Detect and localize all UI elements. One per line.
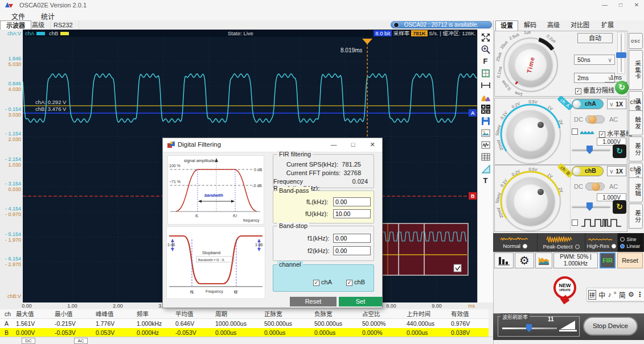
text-annotation-icon[interactable]: T: [479, 175, 492, 186]
chB-coupling-toggle[interactable]: [585, 183, 605, 190]
ime-more-icon[interactable]: ⋮: [637, 291, 643, 299]
minimize-button[interactable]: —: [597, 0, 613, 10]
zoom-in-icon[interactable]: [479, 44, 492, 55]
scope-toolbar: F T: [477, 30, 493, 302]
fir-button[interactable]: FIR: [600, 252, 616, 268]
time-slider-handle[interactable]: [616, 52, 626, 58]
stop-device-button[interactable]: Stop Device: [583, 317, 638, 335]
pwm-button[interactable]: PWM: 50% | 1.000kHz: [553, 252, 598, 268]
digital-wave-checkbox[interactable]: [572, 219, 578, 226]
badge-line1: NEW: [556, 283, 574, 288]
mode-normal-label: Normal: [503, 243, 527, 249]
dialog-close-button[interactable]: ✕: [363, 138, 382, 151]
menu-file[interactable]: 文件: [8, 11, 28, 21]
sidetab-trigger[interactable]: 触发: [629, 110, 643, 135]
ytick: - 0.970: [0, 212, 21, 217]
timebase-dropdown[interactable]: 50ns∨: [574, 55, 615, 65]
interpolation-selector[interactable]: Sine Linear: [618, 233, 644, 252]
fl-input[interactable]: [333, 197, 371, 206]
table-row-chA[interactable]: A1.561V-0.215V1.776V1.000kHz0.646V1000.0…: [0, 319, 489, 328]
fu-input[interactable]: [333, 209, 371, 218]
math-operations-icon[interactable]: [479, 103, 492, 114]
sidetab-differential-b[interactable]: 差分: [629, 204, 643, 229]
sidetab-differential-a[interactable]: 差分: [629, 136, 643, 161]
set-square-icon[interactable]: [479, 163, 492, 174]
overview-window[interactable]: [380, 223, 468, 275]
histogram-button[interactable]: [494, 252, 514, 268]
fft-spectrum-icon[interactable]: [479, 92, 492, 102]
histogram-icon: [498, 255, 510, 266]
trigger-marker-icon[interactable]: [362, 39, 372, 44]
mode-high-res[interactable]: High-Res: [585, 233, 618, 252]
refresh-icon[interactable]: ↻: [615, 81, 629, 94]
dc-indicator[interactable]: DC: [22, 338, 35, 344]
dialog-reset-button[interactable]: Reset: [290, 297, 337, 306]
save-icon[interactable]: [479, 115, 492, 126]
vsep-checkbox[interactable]: ✓ 垂直分隔线: [575, 85, 614, 94]
dialog-maximize-button[interactable]: □: [343, 138, 363, 151]
ytick: 1.030: [0, 162, 21, 168]
interp-linear[interactable]: Linear: [620, 243, 640, 249]
panel-reset-button[interactable]: Reset: [617, 252, 643, 268]
ac-indicator[interactable]: AC: [74, 338, 88, 344]
f2-input[interactable]: [333, 246, 371, 255]
chA-refresh-icon[interactable]: ↻: [613, 144, 626, 158]
ime-gear-icon[interactable]: ⚙: [628, 291, 634, 299]
f1-input[interactable]: [333, 234, 371, 243]
dialog-minimize-button[interactable]: —: [324, 138, 343, 151]
svg-text:bandwith: bandwith: [204, 193, 223, 198]
ime-punct[interactable]: °: [614, 291, 617, 299]
window-time-value: 2ms: [577, 74, 589, 81]
grid-frame-icon[interactable]: [479, 68, 492, 78]
close-button[interactable]: ✕: [629, 0, 644, 10]
panel-tab-compare[interactable]: 对比图: [566, 20, 594, 30]
sidetab-logic[interactable]: 逻辑: [629, 177, 643, 202]
freq-res-value: 0.024: [352, 178, 368, 185]
table-row-chB[interactable]: B0.000V-0.053V0.053V0.000Hz-0.053V0.000u…: [0, 328, 489, 337]
interp-sine[interactable]: Sine: [620, 237, 636, 242]
mode-peak-detect[interactable]: Peak-Detect: [538, 233, 585, 252]
sidetab-capture-card[interactable]: 采集卡: [629, 50, 643, 90]
dialog-chA-checkbox[interactable]: ✓ chA: [313, 279, 332, 286]
ime-pinyin[interactable]: 拼: [588, 290, 596, 300]
panel-tab-extend[interactable]: 扩展: [597, 20, 618, 30]
chA-coupling-toggle[interactable]: [585, 115, 605, 123]
mode-normal[interactable]: Normal: [493, 233, 538, 252]
chA-baseline-checkbox[interactable]: ✓ 水平基线: [599, 129, 632, 138]
auto-button[interactable]: 自动: [577, 33, 613, 43]
screenshot-icon[interactable]: [479, 127, 492, 138]
menu-statistics[interactable]: 统计: [38, 11, 58, 21]
horizontal-measure-icon[interactable]: [479, 80, 492, 90]
chA-toggle[interactable]: chA: [572, 99, 604, 109]
maximize-button[interactable]: □: [613, 0, 629, 10]
waveform-export-icon[interactable]: [479, 139, 492, 150]
overview-checkbox[interactable]: [454, 264, 461, 272]
chB-probe-dropdown[interactable]: ∨1X: [607, 166, 626, 176]
dialog-chB-checkbox[interactable]: ✓ chB: [346, 279, 365, 286]
dialog-set-button[interactable]: Set: [339, 297, 382, 306]
panel-tab-advanced[interactable]: 高级: [543, 20, 564, 30]
tab-advanced[interactable]: 高级: [26, 20, 51, 30]
tab-rs232[interactable]: RS232: [48, 20, 79, 30]
fft-f-icon[interactable]: F: [479, 56, 492, 67]
expand-arrows-icon[interactable]: [479, 32, 492, 43]
data-table-icon[interactable]: [479, 151, 492, 162]
chA-wave-checkbox[interactable]: [572, 129, 578, 135]
svg-text:3 dB: 3 dB: [167, 243, 175, 247]
chB-knob-face[interactable]: [513, 184, 548, 219]
sidetab-chA-label: chA: [629, 99, 643, 109]
settings-button[interactable]: ⚙: [515, 252, 534, 268]
panel-tab-settings[interactable]: 设置: [495, 20, 518, 31]
chA-knob-face[interactable]: [513, 117, 548, 152]
sidetab-osc[interactable]: osc: [629, 33, 643, 49]
ime-lang[interactable]: 中: [598, 290, 605, 300]
digital-filtering-dialog[interactable]: Digital Filtering — □ ✕ signal amplitude…: [162, 138, 383, 308]
chB-refresh-icon[interactable]: ↻: [613, 200, 626, 214]
ime-sound-icon[interactable]: ♪: [608, 291, 611, 299]
ime-simplified[interactable]: 简: [619, 290, 626, 300]
chA-probe-dropdown[interactable]: ∨1X: [607, 99, 626, 109]
spectrogram-button[interactable]: [535, 252, 552, 268]
chB-toggle[interactable]: chB: [572, 166, 604, 176]
ime-toolbar[interactable]: 拼 中 ♪ ° 简 ⚙ ⋮: [586, 288, 644, 301]
panel-tab-decode[interactable]: 解码: [519, 20, 541, 30]
